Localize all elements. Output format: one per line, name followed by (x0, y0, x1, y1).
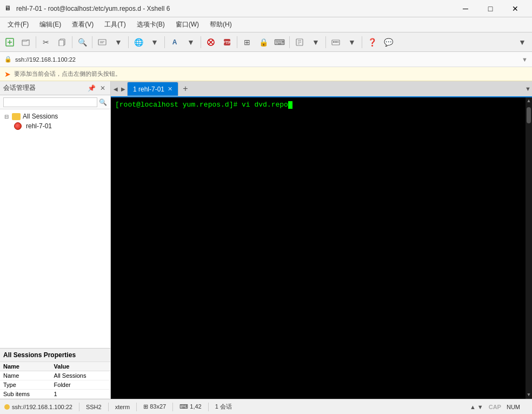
menu-window[interactable]: 窗口(W) (170, 18, 204, 31)
menu-view[interactable]: 查看(V) (66, 18, 99, 31)
toolbar-help[interactable]: ❓ (364, 35, 380, 50)
toolbar-sep10 (362, 36, 362, 48)
prop-subitems-value-cell: 1 (51, 390, 110, 399)
toolbar-sep7 (237, 36, 237, 48)
maximize-button[interactable]: □ (478, 0, 503, 17)
toolbar-font[interactable]: A (167, 35, 182, 50)
sidebar-header: 会话管理器 📌 ✕ (0, 81, 110, 95)
status-scroll-arrows: ▲ ▼ (470, 404, 483, 410)
status-scroll-up-icon[interactable]: ▲ (470, 404, 476, 410)
toolbar-dropdown2[interactable]: ▼ (147, 35, 162, 50)
menu-edit[interactable]: 编辑(E) (34, 18, 66, 31)
menu-file[interactable]: 文件(F) (2, 18, 34, 31)
tree-item-all-sessions[interactable]: ⊟ All Sessions (0, 111, 110, 121)
toolbar-sep8 (289, 36, 290, 48)
toolbar-search[interactable]: 🔍 (75, 35, 90, 50)
toolbar-sep5 (164, 36, 165, 48)
terminal-scrollbar[interactable]: ▲ ▼ (526, 97, 532, 399)
toolbar-sep3 (92, 36, 92, 48)
menu-help[interactable]: 帮助(H) (204, 18, 237, 31)
toolbar-sendkey[interactable] (328, 35, 343, 50)
sidebar-search-input[interactable] (3, 97, 97, 107)
session-label: rehl-7-01 (26, 122, 52, 130)
scroll-down-icon[interactable]: ▼ (526, 391, 531, 399)
title-bar: 🖥 rehl-7-01 - root@localhost:/etc/yum.re… (0, 0, 532, 17)
sidebar-search-bar: 🔍 (0, 95, 110, 109)
close-button[interactable]: ✕ (503, 0, 528, 17)
toolbar-copy[interactable] (55, 35, 70, 50)
address-dropdown-icon[interactable]: ▼ (522, 56, 528, 63)
toolbar-dropdown4[interactable]: ▼ (308, 35, 323, 50)
toolbar-resize[interactable]: ⊞ (240, 35, 255, 50)
session-hint-bar: ➤ 要添加当前会话，点击左侧的箭头按钮。 (0, 67, 532, 81)
svg-text:FTP: FTP (223, 40, 231, 45)
tab-add-button[interactable]: + (179, 83, 191, 95)
toolbar-xftp[interactable]: FTP (220, 35, 235, 50)
toolbar-open[interactable] (18, 35, 34, 50)
svg-rect-20 (335, 41, 337, 43)
tree-expand-icon[interactable]: ⊟ (3, 113, 10, 120)
prop-subitems-cell: Sub items (0, 390, 51, 399)
toolbar-sep4 (128, 36, 129, 48)
prop-value-cell: All Sessions (51, 371, 110, 380)
sidebar-search-icon[interactable]: 🔍 (99, 98, 107, 106)
tab-active[interactable]: 1 rehl-7-01 ✕ (127, 82, 178, 96)
toolbar-sep2 (72, 36, 72, 48)
prop-name-cell: Name (0, 371, 51, 380)
title-bar-left: 🖥 rehl-7-01 - root@localhost:/etc/yum.re… (4, 4, 170, 13)
status-term-label: xterm (115, 404, 130, 410)
app-icon: 🖥 (4, 4, 13, 13)
prop-col-name: Name (0, 362, 51, 371)
sidebar-close-icon[interactable]: ✕ (98, 84, 107, 92)
sidebar-header-controls: 📌 ✕ (86, 84, 107, 92)
toolbar-new-session[interactable] (2, 35, 17, 50)
menu-tools[interactable]: 工具(T) (99, 18, 131, 31)
toolbar-scripts[interactable] (292, 35, 307, 50)
status-pos-label: ⌨ 1,42 (179, 403, 201, 410)
tab-nav-more-icon[interactable]: ▼ (525, 86, 531, 92)
svg-rect-21 (337, 41, 338, 43)
status-scroll-down-icon[interactable]: ▼ (477, 404, 483, 410)
toolbar-lock[interactable]: 🔒 (256, 35, 271, 50)
table-row: Name All Sessions (0, 371, 110, 380)
toolbar-compose[interactable] (95, 35, 110, 50)
tree-item-rehl-7-01[interactable]: rehl-7-01 (0, 121, 110, 131)
status-session-label: 1 会话 (215, 403, 232, 411)
terminal-area: ◀ ▶ 1 rehl-7-01 ✕ + ▼ [root@localhost yu… (111, 81, 532, 399)
toolbar-sep6 (201, 36, 201, 48)
tab-close-icon[interactable]: ✕ (168, 86, 172, 93)
terminal-cursor (288, 101, 292, 109)
title-bar-controls[interactable]: ─ □ ✕ (453, 0, 528, 17)
properties-title: All Sessions Properties (0, 349, 110, 362)
status-sep1 (79, 403, 79, 411)
address-bar: 🔒 ▼ (0, 52, 532, 67)
scroll-up-icon[interactable]: ▲ (526, 97, 531, 105)
sidebar-pin-icon[interactable]: 📌 (86, 84, 97, 92)
main-area: 会话管理器 📌 ✕ 🔍 ⊟ All Sessions rehl-7-01 (0, 81, 532, 399)
address-icon: 🔒 (4, 56, 12, 63)
prop-type-value-cell: Folder (51, 380, 110, 390)
tab-active-label: 1 rehl-7-01 (133, 86, 164, 93)
minimize-button[interactable]: ─ (453, 0, 478, 17)
toolbar-globe[interactable]: 🌐 (131, 35, 146, 50)
toolbar-options[interactable]: ▼ (515, 35, 530, 50)
tab-nav-right-icon[interactable]: ▶ (119, 86, 127, 92)
hint-text: 要添加当前会话，点击左侧的箭头按钮。 (14, 70, 121, 78)
toolbar-cut[interactable]: ✂ (38, 35, 54, 50)
terminal[interactable]: [root@localhost yum.repos.d]# vi dvd.rep… (111, 97, 532, 399)
tab-nav-left-icon[interactable]: ◀ (112, 86, 119, 92)
toolbar-keyboard[interactable]: ⌨ (272, 35, 287, 50)
sidebar: 会话管理器 📌 ✕ 🔍 ⊟ All Sessions rehl-7-01 (0, 81, 111, 399)
toolbar-dropdown1[interactable]: ▼ (111, 35, 126, 50)
toolbar-dropdown3[interactable]: ▼ (183, 35, 198, 50)
toolbar-xmanager[interactable] (203, 35, 218, 50)
svg-rect-19 (333, 41, 335, 43)
menu-tabs[interactable]: 选项卡(B) (131, 18, 170, 31)
all-sessions-label: All Sessions (23, 113, 58, 120)
status-sep5 (208, 403, 209, 411)
scroll-thumb[interactable] (527, 107, 531, 123)
toolbar-chat[interactable]: 💬 (381, 35, 396, 50)
address-input[interactable] (15, 56, 518, 63)
toolbar-sep9 (325, 36, 326, 48)
toolbar-dropdown5[interactable]: ▼ (344, 35, 360, 50)
